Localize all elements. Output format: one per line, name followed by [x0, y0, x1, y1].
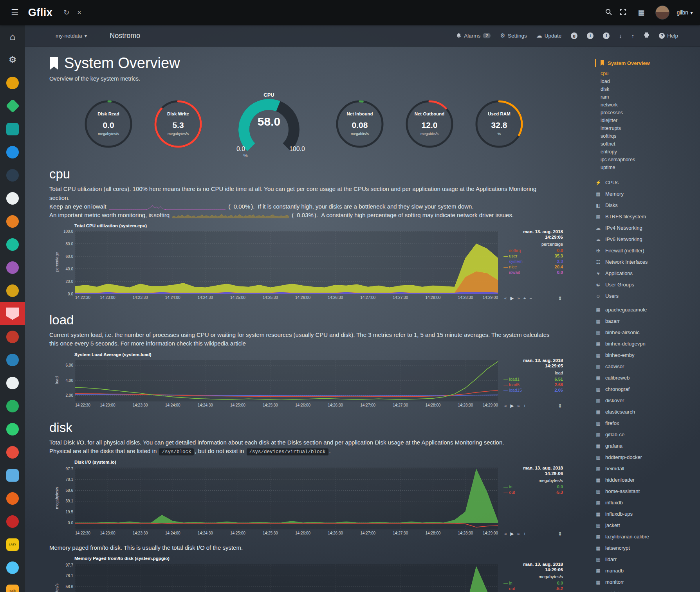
- nav-section-item[interactable]: ⚡ CPUs: [595, 177, 700, 188]
- resize-handle[interactable]: ⇕: [558, 295, 562, 301]
- sidebar-app[interactable]: [0, 487, 25, 510]
- nav-section-item[interactable]: ☁ IPv6 Networking: [595, 234, 700, 245]
- nav-sub-item[interactable]: entropy: [601, 148, 700, 156]
- avatar[interactable]: [655, 5, 669, 20]
- load-average-chart[interactable]: System Load Average (system.load) load 6…: [57, 352, 570, 410]
- pan-backward-button[interactable]: «: [504, 296, 507, 300]
- nav-sub-item[interactable]: idlejitter: [601, 117, 700, 124]
- nav-sub-item[interactable]: softnet: [601, 140, 700, 148]
- host-selector[interactable]: my-netdata ▾: [56, 32, 87, 39]
- nav-app-item[interactable]: ▦ influxdb: [595, 497, 700, 508]
- chart-plot[interactable]: 97.778.158.639.119.50.014:22:3014:23:001…: [57, 465, 500, 538]
- nav-app-item[interactable]: ▦ influxdb-ups: [595, 508, 700, 520]
- nav-app-item[interactable]: ▦ grafana: [595, 440, 700, 452]
- chart-plot[interactable]: 6.004.002.0014:22:3014:23:0014:23:3014:2…: [57, 358, 500, 410]
- nav-section-item[interactable]: ☷ Network Interfaces: [595, 256, 700, 268]
- nav-sub-item[interactable]: disk: [601, 85, 700, 93]
- sidebar-app[interactable]: LAZY: [0, 533, 25, 556]
- nav-section-item[interactable]: ▤ Memory: [595, 188, 700, 200]
- sidebar-app[interactable]: [0, 510, 25, 533]
- sidebar-app[interactable]: sab: [0, 579, 25, 592]
- nav-sub-item[interactable]: ipc semaphores: [601, 156, 700, 164]
- settings-button[interactable]: ⚙ Settings: [500, 32, 527, 39]
- close-icon[interactable]: ×: [77, 9, 81, 17]
- user-menu[interactable]: gilbn ▾: [677, 9, 693, 16]
- pan-forward-button[interactable]: »: [517, 531, 520, 536]
- nav-app-item[interactable]: ▦ hiddenloader: [595, 474, 700, 486]
- legend-row[interactable]: — iowait0.0: [503, 270, 563, 275]
- nav-section-item[interactable]: ☯ User Groups: [595, 279, 700, 290]
- sidebar-app[interactable]: [0, 233, 25, 256]
- zoom-in-button[interactable]: +: [523, 296, 526, 300]
- pan-forward-button[interactable]: »: [517, 403, 520, 408]
- legend-row[interactable]: — out-5.3: [503, 489, 563, 495]
- nav-sub-item[interactable]: softirqs: [601, 132, 700, 140]
- used-ram-gauge[interactable]: Used RAM32.8%: [473, 98, 525, 151]
- twitter-icon[interactable]: t: [587, 32, 594, 39]
- legend-row[interactable]: — nice20.4: [503, 264, 563, 270]
- zoom-in-button[interactable]: +: [523, 531, 526, 536]
- cpu-gauge[interactable]: CPU58.00.0100.0%: [222, 90, 316, 160]
- zoom-out-button[interactable]: −: [529, 531, 532, 536]
- sidebar-app[interactable]: ⚙: [0, 48, 25, 71]
- zoom-out-button[interactable]: −: [529, 403, 532, 408]
- nav-section-item[interactable]: ◧ Disks: [595, 200, 700, 211]
- nav-app-item[interactable]: ▦ gitlab-ce: [595, 429, 700, 440]
- legend-row[interactable]: — load152.06: [503, 387, 563, 393]
- nav-section-item[interactable]: ☺ Users: [595, 290, 700, 302]
- sidebar-app[interactable]: [0, 348, 25, 371]
- nav-app-item[interactable]: ▦ bazarr: [595, 315, 700, 327]
- disk-read-gauge[interactable]: Disk Read0.0megabytes/s: [83, 98, 134, 151]
- nav-sub-item[interactable]: cpu: [601, 70, 700, 77]
- nav-sub-item[interactable]: uptime: [601, 164, 700, 171]
- alarms-button[interactable]: Alarms 2: [456, 33, 491, 39]
- nav-app-item[interactable]: ▦ hddtemp-docker: [595, 452, 700, 463]
- nav-sub-item[interactable]: ram: [601, 93, 700, 101]
- legend-row[interactable]: — in0.0: [503, 580, 563, 586]
- play-button[interactable]: ▶: [510, 531, 514, 536]
- nav-app-item[interactable]: ▦ diskover: [595, 395, 700, 406]
- nav-app-item[interactable]: ▦ elasticsearch: [595, 406, 700, 417]
- apps-grid-icon[interactable]: ▦: [638, 8, 644, 17]
- iowait-sparkline[interactable]: [108, 204, 226, 209]
- nav-sub-item[interactable]: processes: [601, 109, 700, 117]
- legend-row[interactable]: — load16.51: [503, 376, 563, 382]
- print-icon[interactable]: [644, 32, 649, 39]
- nav-section-item[interactable]: ✠ Firewall (netfilter): [595, 245, 700, 256]
- sidebar-app[interactable]: [0, 394, 25, 417]
- legend-row[interactable]: — load52.68: [503, 382, 563, 387]
- help-button[interactable]: ? Help: [659, 33, 678, 39]
- nav-section-item[interactable]: ♥ Applications: [595, 268, 700, 279]
- nav-app-item[interactable]: ▦ home-assistant: [595, 486, 700, 497]
- sidebar-app[interactable]: [0, 256, 25, 279]
- pan-backward-button[interactable]: «: [504, 403, 507, 408]
- sidebar-app[interactable]: [0, 556, 25, 579]
- nav-system-overview[interactable]: System Overview: [595, 59, 700, 67]
- sidebar-app[interactable]: [0, 325, 25, 348]
- sidebar-app[interactable]: [0, 441, 25, 464]
- disk-write-gauge[interactable]: Disk Write5.3megabytes/s: [152, 98, 204, 151]
- import-icon[interactable]: ↓: [619, 32, 622, 39]
- menu-icon[interactable]: ☰: [11, 7, 19, 18]
- nav-app-item[interactable]: ▦ binhex-airsonic: [595, 327, 700, 338]
- nav-app-item[interactable]: ▦ binhex-emby: [595, 349, 700, 361]
- resize-handle[interactable]: ⇕: [558, 403, 562, 409]
- nav-sub-item[interactable]: network: [601, 101, 700, 109]
- nav-app-item[interactable]: ▦ letsencrypt: [595, 542, 700, 554]
- nav-app-item[interactable]: ▦ binhex-delugevpn: [595, 338, 700, 349]
- sidebar-app[interactable]: ⌂: [0, 25, 25, 48]
- nav-app-item[interactable]: ▦ netdata: [595, 588, 700, 592]
- sidebar-app[interactable]: [0, 140, 25, 164]
- pan-forward-button[interactable]: »: [517, 296, 520, 300]
- net-outbound-gauge[interactable]: Net Outbound12.0megabits/s: [404, 98, 455, 151]
- legend-row[interactable]: — system2.3: [503, 259, 563, 264]
- cpu-utilization-chart[interactable]: Total CPU utilization (system.cpu) perce…: [57, 223, 570, 302]
- github-icon[interactable]: g: [571, 32, 577, 39]
- refresh-icon[interactable]: ↻: [63, 8, 69, 17]
- nav-sub-item[interactable]: load: [601, 77, 700, 85]
- zoom-in-button[interactable]: +: [523, 403, 526, 408]
- zoom-out-button[interactable]: −: [529, 296, 532, 300]
- nav-app-item[interactable]: ▦ lidarr: [595, 554, 700, 565]
- nav-sub-item[interactable]: interrupts: [601, 124, 700, 132]
- chart-plot[interactable]: 97.778.158.639.119.50.014:22:3014:23:001…: [57, 561, 500, 592]
